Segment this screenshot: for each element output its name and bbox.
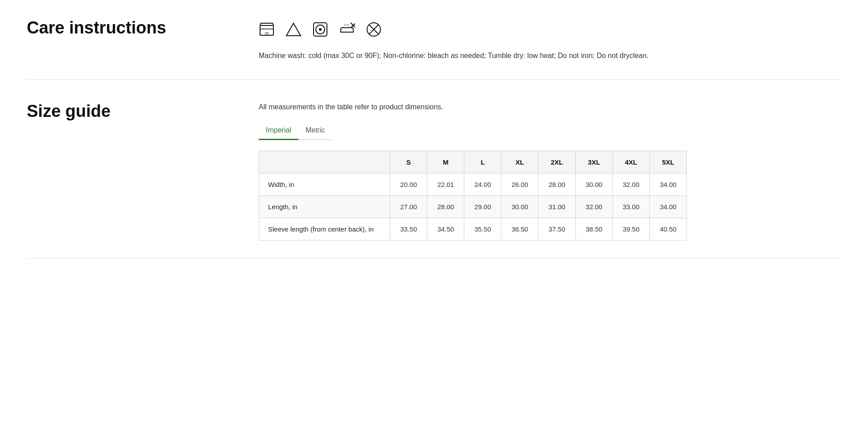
table-header-3xl: 3XL [575,151,612,173]
row-width-5xl: 34.00 [649,173,686,195]
tab-imperial[interactable]: Imperial [259,122,298,140]
row-label-length: Length, in [259,195,390,218]
size-unit-tabs: Imperial Metric [259,122,332,140]
tab-metric[interactable]: Metric [298,122,332,140]
row-sleeve-2xl: 37.50 [538,218,575,240]
care-instructions-title: Care instructions [27,18,241,38]
care-instructions-section: Care instructions 30 [27,0,841,80]
row-sleeve-3xl: 38.50 [575,218,612,240]
row-width-4xl: 32.00 [612,173,649,195]
row-length-3xl: 32.00 [575,195,612,218]
row-sleeve-m: 34.50 [427,218,464,240]
svg-marker-3 [286,23,301,36]
row-length-l: 29.00 [464,195,501,218]
wash-icon: 30 [259,22,275,41]
row-length-xl: 30.00 [501,195,538,218]
table-header-xl: XL [501,151,538,173]
row-sleeve-l: 35.50 [464,218,501,240]
size-guide-content: All measurements in the table refer to p… [259,101,841,240]
table-row: Sleeve length (from center back), in 33.… [259,218,687,240]
bleach-icon [285,21,302,41]
table-header-l: L [464,151,501,173]
row-width-3xl: 30.00 [575,173,612,195]
care-content: 30 [259,18,841,62]
row-width-xl: 26.00 [501,173,538,195]
row-length-m: 28.00 [427,195,464,218]
table-header-label [259,151,390,173]
row-length-2xl: 31.00 [538,195,575,218]
no-iron-icon [339,21,355,41]
no-dryclean-icon [366,21,382,41]
row-width-2xl: 28.00 [538,173,575,195]
row-width-s: 20.00 [390,173,427,195]
row-width-l: 24.00 [464,173,501,195]
size-guide-section: Size guide All measurements in the table… [27,80,841,259]
svg-point-6 [319,28,322,31]
table-row: Length, in 27.00 28.00 29.00 30.00 31.00… [259,195,687,218]
row-width-m: 22.01 [427,173,464,195]
table-header-2xl: 2XL [538,151,575,173]
table-header-s: S [390,151,427,173]
row-sleeve-s: 33.50 [390,218,427,240]
row-label-sleeve: Sleeve length (from center back), in [259,218,390,240]
row-sleeve-4xl: 39.50 [612,218,649,240]
size-guide-table: S M L XL 2XL 3XL 4XL 5XL Wi [259,151,687,240]
table-row: Width, in 20.00 22.01 24.00 26.00 28.00 … [259,173,687,195]
row-sleeve-5xl: 40.50 [649,218,686,240]
row-length-5xl: 34.00 [649,195,686,218]
size-guide-description: All measurements in the table refer to p… [259,103,841,111]
size-guide-title: Size guide [27,101,241,122]
tumble-dry-icon [312,21,328,41]
care-icons-row: 30 [259,21,841,41]
table-header-4xl: 4XL [612,151,649,173]
row-sleeve-xl: 36.50 [501,218,538,240]
row-length-s: 27.00 [390,195,427,218]
row-length-4xl: 33.00 [612,195,649,218]
care-description: Machine wash: cold (max 30C or 90F); Non… [259,50,660,62]
row-label-width: Width, in [259,173,390,195]
table-header-m: M [427,151,464,173]
table-header-5xl: 5XL [649,151,686,173]
table-header-row: S M L XL 2XL 3XL 4XL 5XL [259,151,687,173]
svg-text:30: 30 [265,31,269,35]
